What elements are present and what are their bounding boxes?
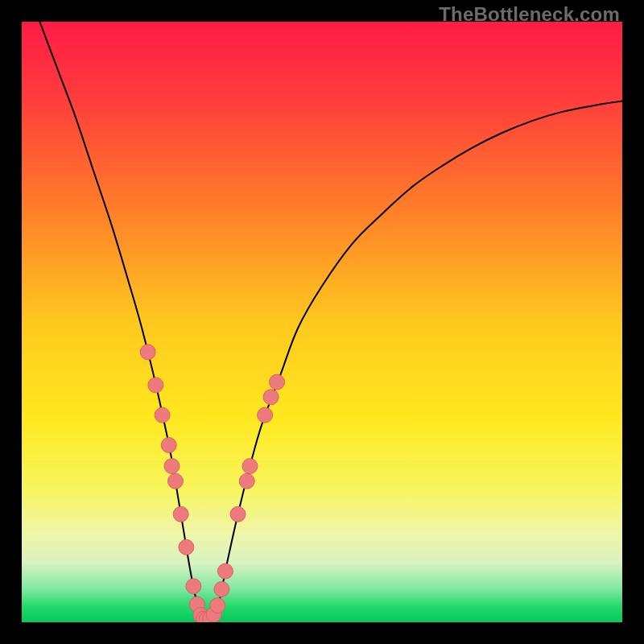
sample-point (161, 437, 176, 452)
chart-frame: TheBottleneck.com (0, 0, 644, 644)
sample-point (270, 374, 285, 390)
sample-point (148, 378, 163, 393)
sample-point (173, 506, 188, 522)
gradient-background (22, 22, 622, 622)
plot-svg (22, 22, 622, 622)
sample-point (239, 473, 254, 489)
sample-point (155, 407, 170, 423)
sample-point (167, 473, 183, 489)
watermark-text: TheBottleneck.com (439, 3, 620, 26)
sample-point (140, 345, 155, 360)
sample-point (214, 581, 229, 597)
sample-point (242, 459, 258, 474)
sample-point (258, 407, 273, 423)
sample-point (230, 506, 246, 522)
sample-point (210, 598, 225, 613)
sample-point (179, 539, 194, 555)
plot-area (22, 22, 622, 622)
sample-point (263, 390, 279, 405)
sample-point (186, 579, 201, 594)
sample-point (164, 459, 180, 474)
sample-point (217, 564, 233, 579)
